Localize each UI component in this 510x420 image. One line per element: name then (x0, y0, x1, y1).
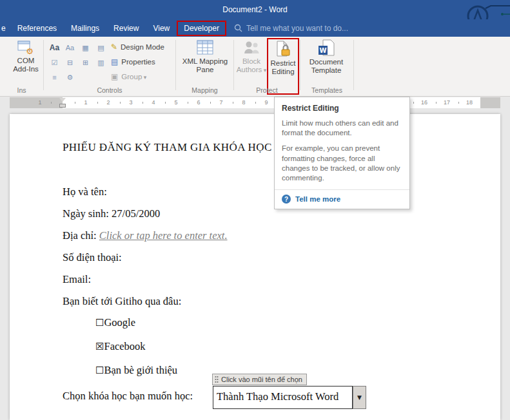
xml-mapping-label-1: XML Mapping (182, 57, 228, 65)
title-bar: Document2 - Word (0, 0, 510, 19)
ruler-tick (188, 102, 188, 104)
group-icon: ▣ (111, 72, 118, 81)
dropdown-list-content-control-icon[interactable]: ⊞ (78, 55, 93, 70)
restrict-editing-icon (275, 41, 291, 57)
restrict-editing-tooltip: Restrict Editing Limit how much others c… (274, 97, 410, 209)
horizontal-ruler[interactable]: 1234567891011121314151617181 (10, 97, 500, 108)
ruler-number: 2 (106, 99, 110, 106)
group-button[interactable]: ▣ Group (111, 72, 146, 81)
com-add-ins-label-1: COM (17, 57, 35, 64)
com-add-ins-label-2: Add-Ins (13, 65, 39, 73)
option-google: ☐Google (95, 316, 135, 329)
ribbon-tab-bar: e References Mailings Review View Develo… (0, 19, 510, 37)
date-picker-content-control-icon[interactable]: ▥ (93, 55, 108, 70)
tab-review[interactable]: Review (106, 21, 146, 36)
tab-mailings[interactable]: Mailings (64, 21, 106, 36)
ruler-number: 18 (466, 99, 473, 106)
com-add-ins-button[interactable]: ⚙ COM Add-Ins (9, 39, 43, 73)
name-field-line: Họ và tên: (63, 186, 107, 198)
ruler-tick (142, 102, 143, 104)
design-mode-label: Design Mode (121, 43, 164, 51)
option-facebook-label: Facebook (104, 340, 145, 352)
tooltip-title: Restrict Editing (282, 104, 402, 113)
ruler-tick (51, 102, 52, 104)
tell-me-placeholder: Tell me what you want to do... (246, 24, 348, 33)
xml-mapping-pane-button[interactable]: XML Mapping Pane (179, 39, 231, 74)
document-template-label-1: Document (309, 58, 343, 66)
option-google-label: Google (104, 316, 135, 329)
xml-mapping-label-2: Pane (197, 66, 214, 73)
picture-content-control-icon[interactable]: ▦ (78, 41, 93, 55)
checkbox-google[interactable]: ☐ (95, 317, 104, 329)
address-content-control[interactable]: Click or tap here to enter text. (99, 229, 228, 242)
word-window: Document2 - Word e References Mailings R… (0, 0, 510, 420)
checkbox-content-control-icon[interactable]: ☑ (47, 55, 62, 70)
xml-mapping-pane-icon (197, 39, 213, 55)
window-title: Document2 - Word (0, 5, 510, 14)
dob-field-line: Ngày sinh: 27/05/2000 (63, 207, 160, 220)
group-label-templates: Templates (300, 86, 353, 94)
checkbox-referral[interactable]: ☐ (95, 365, 104, 376)
group-separator (353, 40, 354, 90)
chevron-down-icon: ▼ (357, 394, 362, 401)
option-referral: ☐Bạn bè giới thiệu (95, 364, 177, 377)
tab-view[interactable]: View (146, 21, 177, 36)
ruler-number: 6 (197, 99, 200, 106)
first-line-indent-marker[interactable] (59, 98, 66, 102)
rich-text-content-control-icon[interactable]: Aa (47, 41, 62, 55)
course-dropdown-value[interactable]: Thành Thạo Microsoft Word (213, 386, 353, 409)
ruler-tick (210, 102, 211, 104)
combo-box-content-control-icon[interactable]: ⊟ (63, 55, 77, 70)
repeating-section-content-control-icon[interactable]: ≡ (47, 70, 62, 84)
tell-me-more-link[interactable]: Tell me more (295, 195, 340, 203)
email-field-line: Email: (63, 273, 91, 286)
properties-icon: ▤ (111, 57, 118, 66)
svg-text:W: W (319, 47, 326, 54)
ruler-number: 9 (264, 99, 268, 106)
ruler-number: 17 (444, 99, 450, 106)
ruler-number: 1 (38, 99, 41, 106)
group-label-mapping: Mapping (176, 86, 233, 94)
drag-handle-icon (215, 376, 219, 383)
ruler-number: 7 (219, 99, 222, 106)
group-label-controls: Controls (44, 86, 175, 94)
course-dropdown: Thành Thạo Microsoft Word ▼ (213, 386, 366, 409)
help-icon: ? (282, 195, 291, 204)
ruler-tick (458, 102, 459, 104)
ruler-tick (255, 102, 256, 104)
course-question-label: Chọn khóa học bạn muốn học: (63, 390, 193, 403)
block-authors-button[interactable]: Block Authors (236, 39, 267, 75)
document-template-button[interactable]: W Document Template (303, 39, 349, 75)
legacy-tools-icon[interactable]: ⚙ (63, 70, 77, 84)
group-label-addins: Ins (0, 86, 43, 94)
ruler-number: 5 (174, 99, 177, 106)
restrict-editing-label-2: Editing (271, 68, 294, 75)
ruler-number: 4 (152, 99, 155, 106)
restrict-editing-label-1: Restrict (271, 59, 296, 67)
ruler-scale: 1234567891011121314151617181 (10, 97, 500, 108)
document-template-icon: W (318, 39, 335, 56)
tab-references[interactable]: References (10, 21, 64, 36)
tooltip-body-1: Limit how much others can edit and forma… (282, 119, 402, 138)
group-label-text: Group (121, 73, 146, 81)
building-block-gallery-icon[interactable]: ▤ (93, 41, 108, 55)
document-template-label-2: Template (311, 66, 342, 74)
svg-text:⚙: ⚙ (26, 46, 34, 55)
tab-home-partial[interactable]: e (0, 21, 10, 36)
tell-me-box[interactable]: Tell me what you want to do... (234, 24, 348, 33)
checkbox-facebook[interactable]: ☒ (95, 341, 104, 352)
controls-icon-grid: AaAa▦▤☑⊟⊞▥≡⚙ (47, 41, 108, 84)
plain-text-content-control-icon[interactable]: Aa (63, 41, 77, 55)
ruler-tick (75, 102, 75, 104)
option-referral-label: Bạn bè giới thiệu (104, 364, 177, 376)
design-mode-button[interactable]: ✎ Design Mode (111, 43, 164, 52)
left-indent-marker[interactable] (59, 104, 66, 108)
course-dropdown-arrow-button[interactable]: ▼ (353, 386, 366, 409)
group-separator (175, 40, 176, 90)
ribbon-developer: ⚙ COM Add-Ins Ins AaAa▦▤☑⊟⊞▥≡⚙ ✎ Design … (0, 37, 510, 97)
ruler-number: 1 (84, 99, 87, 106)
group-separator (43, 40, 44, 90)
dropdown-hint-tag[interactable]: Click vào mũi tên để chọn (212, 374, 307, 385)
properties-button[interactable]: ▤ Properties (111, 57, 155, 66)
tab-developer[interactable]: Developer (177, 21, 226, 36)
